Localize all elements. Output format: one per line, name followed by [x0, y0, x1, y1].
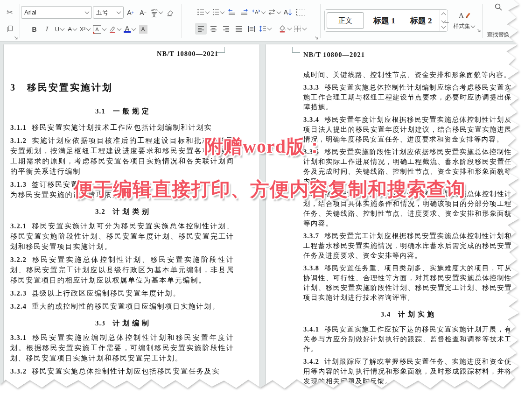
clipboard-dialog-launcher[interactable] [14, 36, 18, 40]
page-header[interactable]: NB/T 10800—2021 [303, 51, 512, 59]
numbered-list-button[interactable] [211, 7, 225, 18]
grow-font-button[interactable]: A+ [125, 7, 136, 18]
bold-icon: B [32, 26, 36, 33]
font-group: Arial 五号 A+ A− wén文 B I [20, 0, 182, 41]
gallery-more-icon[interactable] [441, 24, 446, 29]
paragraph-3-1-2[interactable]: 3.1.2实施计划应依据项目核准后的工程建设目标和批准的移民安置规划，按满足枢纽… [10, 135, 234, 176]
swap-icon [268, 9, 276, 15]
paragraph-3-4-1[interactable]: 3.4.1移民安置实施工作应按下达的移民安置实施计划开展，有关参与方应分别做好计… [303, 324, 512, 354]
distribute-button[interactable] [245, 23, 257, 35]
strikethrough-icon: A [68, 26, 72, 33]
paragraph-3-3-1[interactable]: 3.3.1移民安置实施应编制总体控制性计划和移民安置年度计划。根据移民安置实施工… [10, 332, 234, 363]
paragraph-3-2-2[interactable]: 3.2.2移民安置实施总体控制性计划、移民安置实施阶段性计划、移民安置完工计划应… [10, 254, 234, 285]
watermark-line2: 便于编辑直接打印、方便内容复制和搜索查询 [74, 176, 466, 202]
borders-button[interactable] [293, 23, 307, 35]
copy-button[interactable] [4, 23, 16, 35]
paragraph-layout-button[interactable] [295, 7, 307, 18]
paragraph-3-3-4[interactable]: 3.3.4移民安置年度计划应根据移民安置实施总体控制性计划及项目法人提出的移民安… [303, 115, 512, 144]
char-shading-button[interactable]: A [137, 23, 149, 35]
style-normal[interactable]: 正文 [327, 12, 364, 29]
chevron-down-icon [72, 26, 77, 31]
styles-dialog-launcher[interactable] [477, 28, 481, 33]
distribute-icon [248, 26, 255, 32]
paragraph-3-2-3[interactable]: 3.2.3县级以上行政区应编制移民安置年度计划。 [10, 288, 234, 298]
pinyin-guide-button[interactable]: wén文 [150, 7, 163, 18]
highlight-button[interactable] [108, 23, 122, 35]
paragraph-group: A A [182, 0, 320, 41]
paint-bucket-icon [279, 25, 287, 33]
style-heading1[interactable]: 标题 1 [366, 13, 403, 28]
char-border-button[interactable]: A [92, 23, 107, 35]
paragraph-3-2-1[interactable]: 3.2.1移民安置实施计划可分为移民安置实施总体控制性计划、移民安置实施阶段性计… [10, 221, 234, 252]
paragraph-3-3-8[interactable]: 3.3.8移民安置任务重、项目类别多、实施难度大的项目，可从协调性、可行性、合理… [303, 263, 512, 303]
paragraph-3-2-4[interactable]: 3.2.4重大的或控制性的移民安置项目应编制项目实施计划。 [10, 301, 234, 311]
paragraph-3-1-1[interactable]: 3.1.1移民安置实施计划技术工作应包括计划编制和计划实 [10, 122, 234, 133]
bold-button[interactable]: B [28, 23, 40, 35]
paragraph-3-4-2[interactable]: 3.4.2计划跟踪应了解或掌握移民安置任务、实施进度和资金使用等内容的计划执行情… [303, 357, 512, 386]
paragraph-3-3-2[interactable]: 3.3.2移民安置实施总体控制性计划应包括移民安置任务及实 [10, 366, 234, 376]
cut-button[interactable]: ✂ [4, 7, 16, 18]
font-name-combo[interactable]: Arial [21, 6, 92, 19]
align-left-button[interactable] [195, 23, 207, 35]
increase-indent-button[interactable] [238, 7, 250, 18]
plus-icon: + [132, 10, 134, 15]
page-header[interactable]: NB/T 10800—2021 [10, 50, 234, 58]
shrink-font-button[interactable]: A− [137, 7, 149, 18]
sort-icon: A [284, 9, 292, 16]
app-window: ✂ Arial 五号 A+ A− wén文 [0, 0, 532, 395]
highlighter-icon [109, 25, 116, 33]
indent-icon [240, 8, 248, 16]
chevron-down-icon [86, 26, 91, 31]
font-color-button[interactable]: A [123, 23, 136, 35]
copy-icon [6, 25, 14, 33]
clear-format-button[interactable] [164, 7, 176, 18]
superscript-button[interactable]: X² [79, 23, 91, 35]
scissors-icon: ✂ [7, 8, 13, 17]
paragraph-dialog-launcher[interactable] [315, 36, 319, 40]
char-border-icon: A [93, 25, 101, 34]
text-direction-button[interactable]: A [251, 7, 266, 18]
style-heading2[interactable]: 标题 2 [403, 13, 440, 28]
font-size-combo[interactable]: 五号 [93, 6, 124, 19]
svg-text:A: A [255, 9, 259, 15]
align-center-button[interactable] [208, 23, 219, 35]
italic-button[interactable]: I [41, 23, 53, 35]
chevron-down-icon [302, 26, 307, 30]
scroll-up-icon[interactable] [441, 12, 446, 17]
style-gallery: 正文 标题 1 标题 2 [324, 9, 448, 32]
text-boundary-mark [217, 47, 225, 53]
decrease-indent-button[interactable] [226, 7, 238, 18]
section-title-3-1[interactable]: 3.1 一 般 规 定 [10, 107, 234, 116]
paragraph-3-3-3[interactable]: 3.3.3移民安置实施总体控制性计划编制应综合考虑移民安置实施工作合理工期与枢纽… [303, 83, 512, 112]
chapter-heading[interactable]: 3 移民安置实施计划 [10, 81, 234, 94]
bullet-list-button[interactable] [196, 7, 210, 18]
watermark-line1: 附赠word版： [204, 134, 324, 159]
sort-button[interactable]: A [282, 7, 294, 18]
line-spacing-button[interactable] [258, 23, 272, 35]
search-icon [494, 3, 503, 11]
section-title-3-3[interactable]: 3.3 计 划 编 制 [10, 319, 234, 328]
justify-button[interactable] [233, 23, 245, 35]
find-replace-button[interactable]: 查找替换 [484, 0, 512, 41]
section-title-3-4[interactable]: 3.4 计 划 实 施 [303, 310, 512, 319]
shrink-font-icon: A [140, 10, 144, 15]
underline-button[interactable]: U [54, 23, 65, 35]
eraser-icon [166, 9, 174, 16]
swap-text-button[interactable] [267, 7, 281, 18]
dashed-frame-icon [296, 9, 305, 15]
style-set-button[interactable]: A 样式集 [451, 9, 477, 33]
paragraph-continuation[interactable]: 成时间、关键线路、控制性节点、资金安排和形象面貌等内容。 [303, 70, 512, 80]
strikethrough-button[interactable]: A [66, 23, 78, 35]
find-replace-label: 查找替换 [487, 31, 510, 39]
italic-icon: I [46, 25, 48, 33]
font-name-value: Arial [24, 9, 84, 16]
section-title-3-2[interactable]: 3.2 计 划 类 别 [10, 207, 234, 216]
align-right-button[interactable] [220, 23, 232, 35]
chevron-down-icon [60, 26, 65, 31]
shading-button[interactable] [278, 23, 292, 35]
align-left-icon [197, 26, 204, 32]
style-set-label: 样式集 [454, 22, 470, 30]
document-canvas: NB/T 10800—2021 3 移民安置实施计划 3.1 一 般 规 定 3… [0, 42, 532, 395]
paragraph-3-3-7[interactable]: 3.3.7移民安置完工计划应根据移民安置实施总体控制性计划和工程蓄水移民安置实施… [303, 231, 512, 261]
clipboard-group: ✂ [0, 0, 20, 41]
